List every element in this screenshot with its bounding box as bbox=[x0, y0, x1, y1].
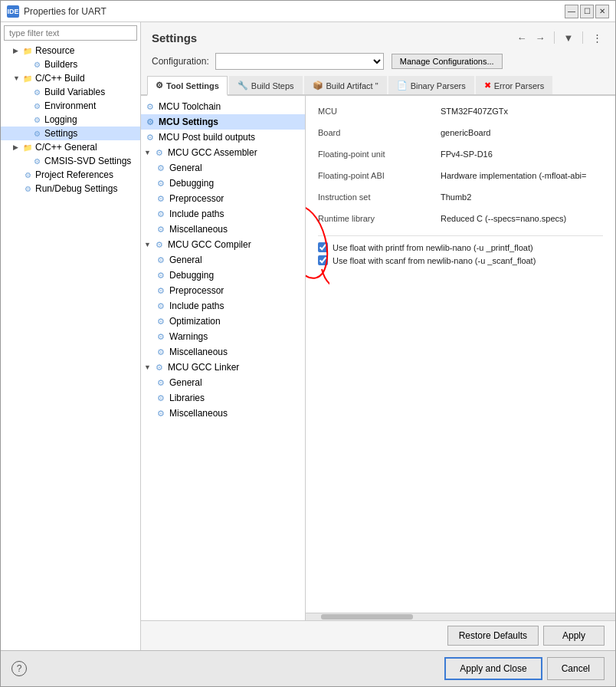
fp-abi-label: Floating-point ABI bbox=[318, 169, 441, 180]
sidebar: ▶ 📁 Resource ⚙ Builders ▼ 📁 C/C++ Build … bbox=[1, 22, 141, 650]
instruction-row: Instruction set Thumb2 bbox=[318, 191, 603, 208]
sidebar-item-environment[interactable]: ⚙ Environment bbox=[1, 99, 140, 113]
tree-asm-general[interactable]: ⚙ General bbox=[141, 160, 305, 176]
horizontal-scrollbar[interactable] bbox=[306, 613, 615, 620]
sidebar-item-build-variables[interactable]: ⚙ Build Variables bbox=[1, 85, 140, 99]
footer-bar: ? Apply and Close Cancel bbox=[1, 650, 615, 686]
main-window: IDE Properties for UART — ☐ ✕ ▶ 📁 Resour… bbox=[0, 0, 616, 687]
sidebar-item-project-references[interactable]: ⚙ Project References bbox=[1, 168, 140, 182]
tree-link-miscellaneous[interactable]: ⚙ Miscellaneous bbox=[141, 406, 305, 421]
icon-separator2 bbox=[582, 31, 583, 44]
tree-asm-debugging[interactable]: ⚙ Debugging bbox=[141, 176, 305, 191]
instruction-label: Instruction set bbox=[318, 191, 441, 202]
tab-build-artifact[interactable]: 📦 Build Artifact " bbox=[304, 76, 387, 94]
tree-comp-preprocessor[interactable]: ⚙ Preprocessor bbox=[141, 283, 305, 298]
fp-unit-row: Floating-point unit FPv4-SP-D16 bbox=[318, 148, 603, 165]
tab-binary-parsers[interactable]: 📄 Binary Parsers bbox=[388, 76, 474, 94]
tab-build-steps[interactable]: 🔧 Build Steps bbox=[229, 76, 303, 94]
tree-link-general[interactable]: ⚙ General bbox=[141, 375, 305, 390]
dropdown-button[interactable]: ▼ bbox=[561, 30, 576, 45]
maximize-button[interactable]: ☐ bbox=[580, 5, 594, 18]
build-artifact-icon: 📦 bbox=[313, 81, 323, 90]
filter-input[interactable] bbox=[4, 25, 137, 41]
manage-configs-button[interactable]: Manage Configurations... bbox=[392, 54, 503, 69]
apply-and-close-button[interactable]: Apply and Close bbox=[444, 657, 542, 680]
tree-mcu-toolchain[interactable]: ⚙ MCU Toolchain bbox=[141, 99, 305, 114]
cancel-button[interactable]: Cancel bbox=[547, 657, 605, 680]
tree-mcu-gcc-compiler[interactable]: ▼ ⚙ MCU GCC Compiler bbox=[141, 237, 305, 252]
use-printf-float-label: Use float with printf from newlib-nano (… bbox=[333, 243, 533, 252]
tab-error-parsers[interactable]: ✖ Error Parsers bbox=[476, 76, 552, 94]
title-bar: IDE Properties for UART — ☐ ✕ bbox=[1, 1, 615, 22]
tree-comp-include-paths[interactable]: ⚙ Include paths bbox=[141, 298, 305, 314]
tree-asm-include-paths[interactable]: ⚙ Include paths bbox=[141, 206, 305, 222]
more-button[interactable]: ⋮ bbox=[589, 30, 605, 45]
sidebar-item-cpp-build[interactable]: ▼ 📁 C/C++ Build bbox=[1, 71, 140, 85]
fp-unit-label: Floating-point unit bbox=[318, 148, 441, 159]
tree-mcu-gcc-linker[interactable]: ▼ ⚙ MCU GCC Linker bbox=[141, 360, 305, 375]
tab-content: ⚙ MCU Toolchain ⚙ MCU Settings ⚙ MCU Pos… bbox=[141, 96, 615, 620]
sidebar-item-resource[interactable]: ▶ 📁 Resource bbox=[1, 44, 140, 58]
checkbox-printf-row: Use float with printf from newlib-nano (… bbox=[318, 242, 603, 252]
close-button[interactable]: ✕ bbox=[595, 5, 609, 18]
sidebar-item-cpp-general[interactable]: ▶ 📁 C/C++ General bbox=[1, 140, 140, 154]
window-controls: — ☐ ✕ bbox=[565, 5, 609, 18]
footer-left: ? bbox=[11, 661, 27, 676]
use-scanf-float-checkbox[interactable] bbox=[318, 255, 328, 265]
use-printf-float-checkbox[interactable] bbox=[318, 242, 328, 252]
right-panel: Settings ← → ▼ ⋮ Configuration: Debug [ … bbox=[141, 22, 615, 650]
bottom-bar: Restore Defaults Apply bbox=[141, 620, 615, 650]
build-steps-icon: 🔧 bbox=[238, 81, 248, 90]
minimize-button[interactable]: — bbox=[565, 5, 578, 18]
board-row: Board genericBoard bbox=[318, 127, 603, 143]
tree-asm-preprocessor[interactable]: ⚙ Preprocessor bbox=[141, 191, 305, 206]
tree-link-libraries[interactable]: ⚙ Libraries bbox=[141, 390, 305, 406]
sidebar-item-settings[interactable]: ⚙ Settings bbox=[1, 127, 140, 140]
restore-defaults-button[interactable]: Restore Defaults bbox=[447, 626, 539, 646]
tree-mcu-post-build[interactable]: ⚙ MCU Post build outputs bbox=[141, 130, 305, 145]
sidebar-item-builders[interactable]: ⚙ Builders bbox=[1, 58, 140, 71]
instruction-value: Thumb2 bbox=[441, 191, 603, 202]
mcu-row: MCU STM32F407ZGTx bbox=[318, 105, 603, 122]
tabs-bar: ⚙ Tool Settings 🔧 Build Steps 📦 Build Ar… bbox=[141, 76, 615, 96]
forward-button[interactable]: → bbox=[532, 30, 548, 45]
tool-settings-icon: ⚙ bbox=[156, 81, 163, 90]
back-button[interactable]: ← bbox=[514, 30, 529, 45]
fp-abi-value: Hardware implementation (-mfloat-abi= bbox=[441, 169, 603, 180]
apply-button[interactable]: Apply bbox=[543, 626, 605, 646]
mcu-value: STM32F407ZGTx bbox=[441, 105, 603, 116]
tree-comp-miscellaneous[interactable]: ⚙ Miscellaneous bbox=[141, 344, 305, 360]
header-icons: ← → ▼ ⋮ bbox=[514, 30, 605, 45]
tool-tree-panel: ⚙ MCU Toolchain ⚙ MCU Settings ⚙ MCU Pos… bbox=[141, 96, 306, 620]
config-select[interactable]: Debug [ Active ] bbox=[215, 53, 384, 70]
board-value: genericBoard bbox=[441, 127, 603, 137]
error-parsers-icon: ✖ bbox=[484, 81, 491, 90]
sidebar-item-cmsis-svd[interactable]: ⚙ CMSIS-SVD Settings bbox=[1, 154, 140, 168]
board-label: Board bbox=[318, 127, 441, 137]
settings-properties-panel: MCU STM32F407ZGTx Board genericBoard Flo… bbox=[306, 96, 615, 613]
tab-tool-settings[interactable]: ⚙ Tool Settings bbox=[147, 76, 228, 96]
fp-unit-value: FPv4-SP-D16 bbox=[441, 148, 603, 159]
tree-mcu-gcc-assembler[interactable]: ▼ ⚙ MCU GCC Assembler bbox=[141, 145, 305, 160]
runtime-row: Runtime library Reduced C (--specs=nano.… bbox=[318, 212, 603, 229]
tree-comp-optimization[interactable]: ⚙ Optimization bbox=[141, 314, 305, 329]
divider bbox=[318, 235, 603, 236]
scrollbar-thumb[interactable] bbox=[321, 614, 413, 620]
config-label: Configuration: bbox=[152, 56, 209, 67]
settings-title: Settings bbox=[152, 31, 197, 44]
tree-comp-debugging[interactable]: ⚙ Debugging bbox=[141, 268, 305, 283]
sidebar-item-logging[interactable]: ⚙ Logging bbox=[1, 113, 140, 127]
icon-separator bbox=[554, 31, 555, 44]
mcu-label: MCU bbox=[318, 105, 441, 116]
tree-mcu-settings[interactable]: ⚙ MCU Settings bbox=[141, 114, 305, 130]
tree-comp-general[interactable]: ⚙ General bbox=[141, 252, 305, 268]
sidebar-item-run-debug[interactable]: ⚙ Run/Debug Settings bbox=[1, 182, 140, 196]
footer-right: Apply and Close Cancel bbox=[444, 657, 605, 680]
app-logo: IDE bbox=[7, 5, 19, 18]
tree-asm-miscellaneous[interactable]: ⚙ Miscellaneous bbox=[141, 222, 305, 237]
window-title: Properties for UART bbox=[24, 6, 565, 17]
help-button[interactable]: ? bbox=[11, 661, 27, 676]
use-scanf-float-label: Use float with scanf from newlib-nano (-… bbox=[333, 256, 536, 265]
runtime-value: Reduced C (--specs=nano.specs) bbox=[441, 212, 603, 223]
tree-comp-warnings[interactable]: ⚙ Warnings bbox=[141, 329, 305, 344]
